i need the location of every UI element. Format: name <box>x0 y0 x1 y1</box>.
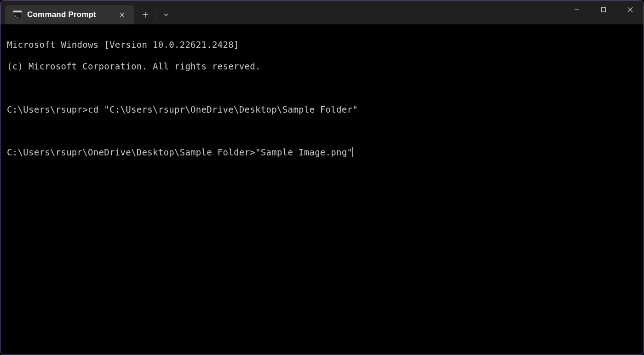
terminal-blank-line <box>7 126 637 136</box>
window-close-button[interactable] <box>617 0 644 19</box>
text-cursor-icon <box>352 147 353 157</box>
tab-controls <box>136 5 175 24</box>
tab-close-button[interactable] <box>116 9 127 20</box>
window-controls <box>564 0 644 24</box>
svg-rect-8 <box>602 8 606 12</box>
terminal-line-cd-command: C:\Users\rsupr>cd "C:\Users\rsupr\OneDri… <box>7 104 637 115</box>
terminal-line-version: Microsoft Windows [Version 10.0.22621.24… <box>7 40 637 50</box>
svg-text:>_: >_ <box>15 14 19 18</box>
svg-rect-1 <box>13 11 22 12</box>
terminal-output[interactable]: Microsoft Windows [Version 10.0.22621.24… <box>0 24 644 355</box>
terminal-current-input: "Sample Image.png" <box>255 147 352 158</box>
titlebar: >_ Command Prompt <box>0 0 644 24</box>
new-tab-button[interactable] <box>136 5 155 24</box>
active-tab[interactable]: >_ Command Prompt <box>5 5 134 24</box>
divider <box>156 10 156 20</box>
terminal-blank-line <box>7 83 637 93</box>
command-prompt-icon: >_ <box>13 11 22 19</box>
tab-dropdown-button[interactable] <box>157 5 175 24</box>
terminal-line-copyright: (c) Microsoft Corporation. All rights re… <box>7 61 637 72</box>
minimize-button[interactable] <box>564 0 590 19</box>
terminal-current-line: C:\Users\rsupr\OneDrive\Desktop\Sample F… <box>7 147 637 158</box>
tab-title: Command Prompt <box>27 10 111 19</box>
terminal-prompt: C:\Users\rsupr\OneDrive\Desktop\Sample F… <box>7 147 255 158</box>
maximize-button[interactable] <box>590 0 617 19</box>
